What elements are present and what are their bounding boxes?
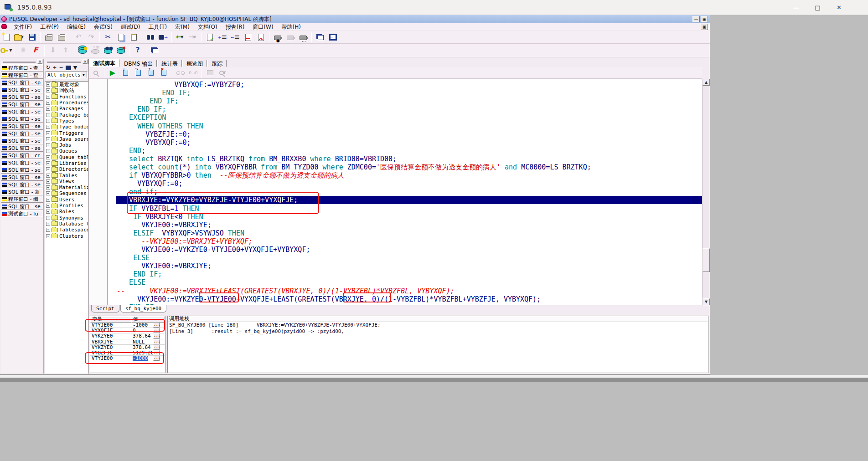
sql-window-button[interactable]: SQL [89, 45, 101, 56]
variable-browse-button[interactable]: ... [153, 356, 160, 361]
tree-item-libraries[interactable]: +Libraries [45, 160, 88, 166]
expand-icon[interactable]: + [46, 216, 50, 220]
code-line-191[interactable]: -- VKYJE00:=VBRXJYE+LEAST(GREATEST(VBRXJ… [117, 287, 702, 295]
tab-跟踪[interactable]: 跟踪 [207, 60, 227, 67]
print-button[interactable] [43, 32, 55, 43]
expand-icon[interactable]: + [46, 228, 50, 232]
menu-f[interactable]: 文件(F) [10, 24, 36, 30]
window-list-item-20[interactable]: SQL 窗口 - se [1, 203, 43, 210]
window-list-item-19[interactable]: 程序窗口 - 编 [1, 195, 43, 203]
syntax-check-button[interactable]: ✓ [204, 32, 216, 43]
code-line-175[interactable]: select BRZTQK into LS_BRZTKQ from BM_BRX… [117, 155, 702, 163]
step-into-button[interactable]: ↓ [119, 67, 131, 78]
view-source-button[interactable] [90, 67, 102, 78]
code-line-170[interactable]: EXCEPTION [117, 113, 702, 122]
scroll-up-icon[interactable]: ▲ [703, 79, 710, 86]
tree-item-directories[interactable]: +Directories [45, 166, 88, 172]
window-list-item-1[interactable]: 程序窗口 - 查 [1, 64, 43, 72]
window-list-item-2[interactable]: 程序窗口 - 查 [1, 72, 43, 79]
window-list-item-5[interactable]: SQL 窗口 - se [1, 93, 43, 101]
code-line-188[interactable]: VKYJE00:=VBRXJYE; [117, 262, 702, 270]
window-list-item-21[interactable]: 测试窗口 - fu [1, 210, 43, 217]
window-list-item-13[interactable]: SQL 窗口 - cr [1, 152, 43, 159]
tree-item-database-links[interactable]: +Database links [45, 221, 88, 227]
clear-breakpoints-button[interactable] [255, 32, 267, 43]
variable-row-5[interactable]: VYKZYE0378.64... [90, 345, 165, 350]
expand-icon[interactable]: + [46, 119, 50, 123]
tree-item-materialized-views[interactable]: +Materialized views [45, 184, 88, 190]
step-over-button[interactable]: ↷ [132, 67, 144, 78]
code-line-180[interactable]: VBRXJYE:=VYKZYE0+VYBZFJE-VTYJE00+VYXQFJE… [116, 196, 702, 204]
expand-icon[interactable]: + [46, 149, 50, 153]
window-list-close-icon[interactable]: ✕ [37, 59, 42, 64]
window-list-item-7[interactable]: SQL 窗口 - se [1, 108, 43, 115]
code-line-171[interactable]: WHEN OTHERS THEN [117, 122, 702, 130]
unindent-button[interactable]: ←≡ [229, 32, 241, 43]
code-line-182[interactable]: IF VBRXJYE<0 THEN [117, 213, 702, 221]
window-list-item-14[interactable]: SQL 窗口 - se [1, 159, 43, 166]
scrollbar-thumb[interactable] [703, 248, 710, 272]
window-list-item-3[interactable]: SQL 窗口 - sp [1, 79, 43, 86]
menu-m[interactable]: 宏(M) [171, 24, 194, 30]
tree-item-java-sources[interactable]: +Java sources [45, 136, 88, 142]
indent-button[interactable]: +≡ [217, 32, 228, 43]
tree-item-types[interactable]: +Types [45, 118, 88, 124]
menu-o[interactable]: 文档(O) [194, 24, 222, 30]
expand-icon[interactable]: + [46, 210, 50, 214]
call-stack-frame-2[interactable]: [Line 3] :result := sf_bq_kyje00(pzyid00… [168, 328, 708, 335]
fetch-next-button[interactable]: ⬇ [47, 45, 59, 56]
record-macro-button[interactable]: ● [272, 32, 284, 43]
code-line-174[interactable]: END; [117, 147, 702, 155]
expand-icon[interactable]: + [46, 137, 50, 141]
find-next-button[interactable]: → [157, 32, 169, 43]
find-button[interactable] [145, 32, 156, 43]
refresh-button[interactable]: ↻ [46, 65, 50, 70]
expand-icon[interactable]: + [46, 107, 50, 111]
code-editor[interactable]: VYBYXQF:=VYBYZF0;166 END IF;167 END IF;1… [89, 79, 702, 305]
code-line-168[interactable]: END IF; [117, 97, 702, 105]
variable-row-4[interactable]: VBRXJYENULL... [90, 339, 165, 345]
window-list-item-18[interactable]: SQL 窗口 - 新 [1, 188, 43, 195]
code-line-172[interactable]: VYBZFJE:=0; [117, 130, 702, 138]
variable-row-3[interactable]: VYKZYE0378.64... [90, 333, 165, 339]
tree-item-queues[interactable]: +Queues [45, 148, 88, 154]
preferences-button[interactable]: ✺ [17, 45, 29, 56]
tree-item-type-bodies[interactable]: +Type bodies [45, 124, 88, 130]
window-list-item-16[interactable]: SQL 窗口 - se [1, 174, 43, 181]
expand-icon[interactable]: + [46, 167, 50, 171]
scroll-down-icon[interactable]: ▼ [703, 298, 710, 305]
help-button[interactable]: ? [132, 45, 144, 56]
window-list-item-12[interactable]: SQL 窗口 - se [1, 144, 43, 152]
app-restore-button[interactable]: ▣ [701, 16, 708, 22]
editor-vertical-scrollbar[interactable]: ▲ ▼ [702, 79, 709, 305]
code-line-176[interactable]: select count(*) into VBYXQFYBBR from BM_… [117, 163, 702, 171]
commit-button[interactable]: ● [77, 45, 88, 56]
code-line-173[interactable]: VYBYXQF:=0; [117, 138, 702, 147]
execute-button[interactable]: ▶ [107, 67, 119, 78]
collapse-all-button[interactable]: − [59, 65, 63, 70]
expand-icon[interactable]: + [46, 95, 50, 99]
expand-icon[interactable]: + [46, 88, 50, 92]
code-line-169[interactable]: END IF; [117, 105, 702, 113]
back-button[interactable]: ←▼ [174, 32, 186, 43]
window-list-item-4[interactable]: SQL 窗口 - se [1, 86, 43, 93]
app-minimize-button[interactable]: — [692, 16, 700, 22]
code-line-166[interactable]: VYBYXQF:=VYBYZF0; [117, 81, 702, 89]
add-watch-button[interactable]: ⊖⊖ [175, 67, 186, 78]
paste-button[interactable] [128, 32, 140, 43]
menu-t[interactable]: 工具(T) [144, 24, 171, 30]
variables-header-name[interactable]: 变量 [90, 316, 131, 323]
code-line-190[interactable]: ELSE [117, 278, 702, 287]
set-variable-button[interactable]: 0→0 [187, 67, 199, 78]
expand-icon[interactable]: + [46, 101, 50, 105]
window-list-item-9[interactable]: SQL 窗口 - se [1, 123, 43, 130]
tab-dbms-输出[interactable]: DBMS 输出 [120, 60, 157, 67]
code-line-193[interactable]: END IF [117, 303, 702, 305]
expand-icon[interactable]: + [46, 113, 50, 117]
toggle-breakpoint-button[interactable] [242, 32, 254, 43]
logon-button[interactable]: ▼ [0, 45, 12, 56]
variable-browse-button[interactable]: ... [153, 345, 160, 350]
show-picture-button[interactable] [204, 67, 216, 78]
save-button[interactable] [26, 32, 38, 43]
window-list-item-15[interactable]: SQL 窗口 - se [1, 166, 43, 174]
